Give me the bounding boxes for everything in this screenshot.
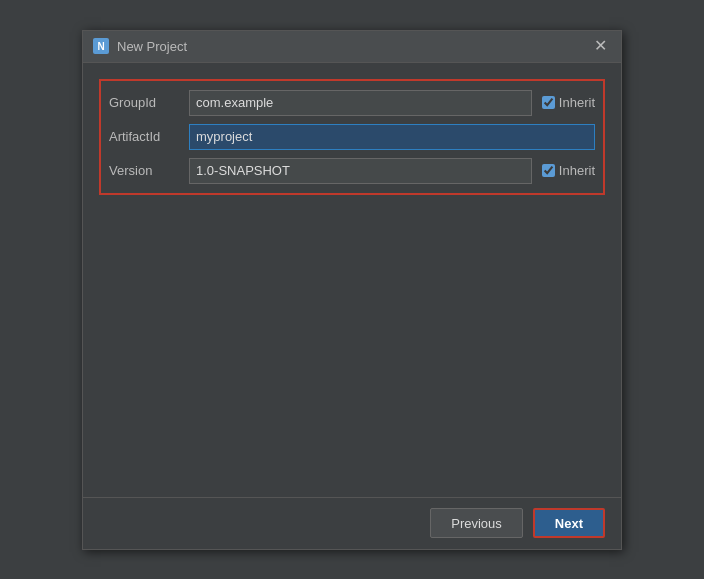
groupid-inherit-checkbox[interactable]: [542, 96, 555, 109]
artifactid-row: ArtifactId: [109, 123, 595, 151]
close-button[interactable]: ✕: [590, 36, 611, 56]
version-inherit-label: Inherit: [559, 163, 595, 178]
artifactid-input[interactable]: [189, 124, 595, 150]
version-row: Version Inherit: [109, 157, 595, 185]
previous-button[interactable]: Previous: [430, 508, 523, 538]
dialog-footer: Previous Next: [83, 497, 621, 549]
artifactid-label: ArtifactId: [109, 129, 189, 144]
groupid-inherit-label: Inherit: [559, 95, 595, 110]
version-label: Version: [109, 163, 189, 178]
groupid-input[interactable]: [189, 90, 532, 116]
dialog-title: New Project: [117, 39, 590, 54]
maven-form-section: GroupId Inherit ArtifactId Version Inher…: [99, 79, 605, 195]
groupid-inherit-section: Inherit: [542, 95, 595, 110]
next-button[interactable]: Next: [533, 508, 605, 538]
new-project-dialog: N New Project ✕ GroupId Inherit Artifact…: [82, 30, 622, 550]
groupid-row: GroupId Inherit: [109, 89, 595, 117]
version-inherit-section: Inherit: [542, 163, 595, 178]
dialog-icon: N: [93, 38, 109, 54]
version-input[interactable]: [189, 158, 532, 184]
title-bar: N New Project ✕: [83, 31, 621, 63]
version-inherit-checkbox[interactable]: [542, 164, 555, 177]
groupid-label: GroupId: [109, 95, 189, 110]
dialog-content: GroupId Inherit ArtifactId Version Inher…: [83, 63, 621, 497]
